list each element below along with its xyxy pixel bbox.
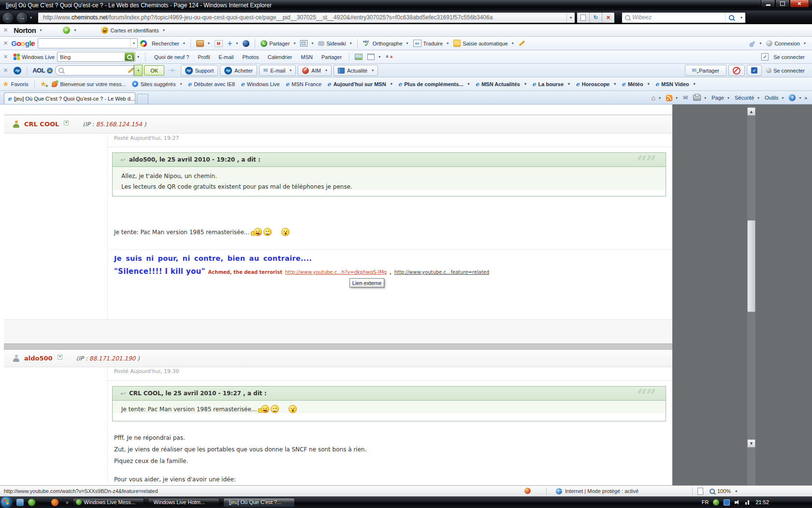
zoom-control[interactable]: 100% ▾ (710, 488, 737, 494)
tab-active[interactable]: [jeu] Où Que C'est ? Quoi Qu'est-ce ? - … (4, 92, 135, 104)
norton-status-icon[interactable] (524, 488, 531, 494)
norton-close-icon[interactable] (0, 27, 11, 33)
google-earth-button[interactable] (240, 39, 252, 48)
aol-news-button[interactable]: Actualité (334, 65, 378, 76)
read-mail-button[interactable] (681, 93, 690, 102)
page-menu[interactable]: Page (710, 94, 731, 102)
language-indicator[interactable]: FR (702, 499, 709, 505)
aim-button[interactable]: AIM (298, 65, 332, 76)
favbar-item-msn-actualites[interactable]: MSN Actualités (473, 80, 529, 89)
hp-button[interactable]: hp (11, 66, 24, 75)
aol-search-dropdown[interactable]: ▾ (134, 65, 143, 76)
google-signin-button[interactable]: Connexion (764, 39, 808, 47)
wlive-link-email[interactable]: E-mail (214, 53, 238, 61)
search-options-dropdown[interactable]: ▾ (738, 15, 745, 20)
favbar-item-meteo[interactable]: Météo (619, 80, 652, 89)
translate-button[interactable]: âaTraduire (411, 39, 451, 48)
aol-email-button[interactable]: ✉E-mail (259, 65, 296, 76)
tray-volume-icon[interactable] (734, 499, 740, 506)
aol-search-input[interactable] (55, 65, 134, 75)
wlive-check-button[interactable] (759, 52, 771, 61)
aol-signin-button[interactable]: Se connecter (764, 67, 807, 75)
wlive-link-profil[interactable]: Profil (193, 53, 214, 61)
add-favorite-button[interactable] (38, 79, 49, 89)
restore-button[interactable] (775, 0, 790, 8)
google-share-button[interactable]: Partager (258, 39, 298, 48)
sidewiki-button[interactable]: Sidewiki (316, 40, 354, 47)
forward-button[interactable]: → (16, 12, 28, 24)
wlive-link-photos[interactable]: Photos (238, 53, 263, 61)
favbar-item-aujourdhui-msn[interactable]: Aujourd'hui sur MSN (324, 80, 395, 89)
address-dropdown[interactable]: ▾ (566, 13, 575, 23)
favbar-item-complements[interactable]: Plus de compléments... (395, 80, 473, 89)
aol-shield-button[interactable] (747, 65, 762, 76)
bing-search-dropdown[interactable]: ▾ (137, 55, 139, 59)
aol-ok-button[interactable]: OK (144, 65, 164, 75)
zoom-dropdown[interactable]: ▾ (735, 489, 737, 493)
history-dropdown[interactable]: ▾ (30, 15, 32, 20)
autofill-button[interactable]: Saisie automatique (451, 39, 516, 48)
taskbar-task-forum[interactable]: [jeu] Où Que C'est ?... (223, 498, 295, 507)
bing-search-input[interactable]: Bing (57, 52, 135, 62)
tray-security-icon[interactable] (724, 499, 730, 506)
favbar-item-windows-live[interactable]: Windows Live (238, 80, 283, 89)
tools-menu[interactable]: Outils (763, 94, 785, 102)
search-box[interactable]: Wibeez ▾ (622, 12, 746, 23)
aol-close-icon[interactable] (0, 67, 11, 74)
post1-author-link[interactable]: CRL COOL (24, 120, 59, 128)
wlive-window-button[interactable] (365, 53, 383, 61)
home-button[interactable] (650, 93, 663, 103)
overflow-chevron-icon[interactable]: » (804, 95, 807, 101)
quicklaunch-chevron-icon[interactable]: » (66, 500, 69, 505)
google-close-icon[interactable] (0, 40, 11, 46)
google-layout-button[interactable] (298, 39, 316, 47)
taskbar-task-hotmail[interactable]: Windows Live Hotm... (148, 498, 219, 507)
security-menu[interactable]: Sécurité (733, 94, 761, 102)
norton-cards-menu[interactable]: Cartes et identifiants (99, 26, 167, 35)
wlive-link-quoi-de-neuf[interactable]: Quoi de neuf ? (150, 53, 193, 61)
favbar-item-msn-france[interactable]: MSN France (283, 80, 324, 89)
help-button[interactable] (787, 93, 803, 102)
favbar-item-debuter-ie8[interactable]: Débuter avec IE8 (185, 80, 238, 89)
wlive-signin-button[interactable]: Se connecter (771, 53, 807, 61)
post2-author-link[interactable]: aldo500 (24, 355, 53, 362)
wlive-link-msn[interactable]: MSN (297, 53, 317, 61)
tray-network-icon[interactable] (745, 499, 751, 506)
youtube-link-1[interactable]: http://www.youtube.c...h?v=dkphwqS-IMg (285, 269, 387, 275)
firefox-quicklaunch-icon[interactable] (51, 499, 58, 506)
google-search-button[interactable]: Rechercher (149, 40, 188, 47)
wlive-photo-button[interactable] (352, 53, 365, 61)
google-news-button[interactable] (194, 39, 212, 48)
favorites-button[interactable]: Favoris (0, 79, 31, 89)
norton-menu[interactable]: Norton (11, 25, 44, 35)
aol-brand[interactable]: AOL (30, 66, 55, 75)
close-button[interactable]: ✕ (790, 0, 809, 8)
refresh-button[interactable]: ↻ (590, 13, 602, 23)
back-button[interactable]: ← (2, 12, 14, 24)
google-search-dropdown[interactable]: ▾ (130, 39, 137, 48)
scroll-up-button[interactable]: ▲ (747, 107, 755, 116)
external-link-icon[interactable] (58, 355, 62, 359)
start-button[interactable] (1, 497, 12, 508)
scrollbar-thumb[interactable] (747, 220, 755, 312)
wlive-close-icon[interactable] (0, 54, 11, 60)
show-desktop-icon[interactable] (16, 499, 24, 506)
bing-search-button[interactable] (125, 53, 134, 61)
wlive-link-calendrier[interactable]: Calendrier (263, 53, 297, 61)
ie-quicklaunch-icon[interactable] (40, 499, 47, 506)
tray-norton-icon[interactable] (713, 499, 719, 506)
favbar-item-la-bourse[interactable]: La bourse (529, 80, 573, 89)
hp-support-button[interactable]: hpSupport (181, 65, 218, 76)
wlive-translate-button[interactable] (383, 53, 395, 61)
security-zone[interactable]: Internet | Mode protégé : activé (556, 488, 638, 494)
favbar-item-bienvenue[interactable]: Bienvenue sur votre mess... (49, 80, 129, 88)
address-bar[interactable]: http://www.cheminots.net/forum/index.php… (38, 12, 575, 23)
messenger-quicklaunch-icon[interactable] (28, 499, 35, 506)
highlighter-button[interactable] (516, 42, 527, 45)
minimize-button[interactable] (761, 0, 775, 8)
aol-block-button[interactable] (728, 65, 745, 76)
hp-acheter-button[interactable]: hpAcheter (220, 65, 257, 76)
favbar-item-sites-suggeres[interactable]: Sites suggérés (129, 80, 185, 88)
spellcheck-button[interactable]: Orthographe (361, 39, 411, 48)
youtube-link-2[interactable]: http://www.youtube.c...feature=related (394, 269, 490, 275)
